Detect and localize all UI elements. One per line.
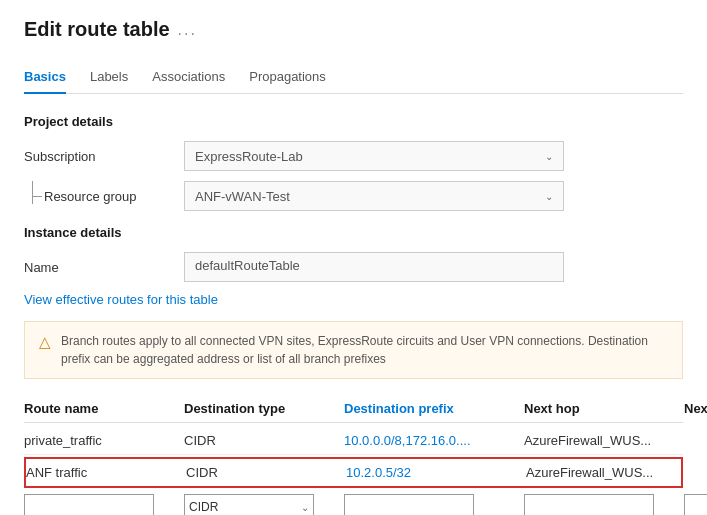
new-destination-type-select[interactable]: CIDR ⌄ [184,494,314,515]
subscription-label: Subscription [24,149,184,164]
table-header: Route name Destination type Destination … [24,395,683,423]
cell-destination-prefix[interactable]: 10.2.0.5/32 [346,465,526,480]
new-destination-prefix-input[interactable] [344,494,474,515]
name-input[interactable]: defaultRouteTable [184,252,564,282]
instance-details-title: Instance details [24,225,683,240]
alert-text: Branch routes apply to all connected VPN… [61,332,668,368]
new-next-hop-ip-select[interactable]: ⌄ [684,494,707,515]
subscription-value: ExpressRoute-Lab [195,149,303,164]
project-details-title: Project details [24,114,683,129]
header-route-name: Route name [24,401,184,416]
alert-box: △ Branch routes apply to all connected V… [24,321,683,379]
tab-basics[interactable]: Basics [24,61,66,94]
resource-group-label: Resource group [24,189,184,204]
page-title-ellipsis: ... [178,21,197,39]
header-next-hop: Next hop [524,401,684,416]
new-destination-type-value: CIDR [189,500,218,514]
chevron-down-icon: ⌄ [545,191,553,202]
subscription-select[interactable]: ExpressRoute-Lab ⌄ [184,141,564,171]
cell-destination-prefix[interactable]: 10.0.0.0/8,172.16.0.... [344,433,524,448]
tab-labels[interactable]: Labels [90,61,128,94]
cell-route-name: private_traffic [24,433,184,448]
new-route-name-cell [24,494,184,515]
subscription-row: Subscription ExpressRoute-Lab ⌄ [24,141,683,171]
cell-destination-type: CIDR [184,433,344,448]
cell-next-hop: AzureFirewall_WUS... [526,465,686,480]
header-next-hop-ip: Next Hop IP [684,401,707,416]
new-next-hop-ip-cell: ⌄ [684,494,707,515]
warning-icon: △ [39,333,51,351]
view-routes-link[interactable]: View effective routes for this table [24,292,218,307]
new-next-hop-input[interactable] [524,494,654,515]
table-row[interactable]: ANF traffic CIDR 10.2.0.5/32 AzureFirewa… [24,457,683,488]
new-route-name-input[interactable] [24,494,154,515]
new-destination-type-cell: CIDR ⌄ [184,494,344,515]
new-row-inputs: CIDR ⌄ ⌄ [24,490,683,515]
name-label: Name [24,260,184,275]
cell-route-name: ANF traffic [26,465,186,480]
header-destination-type: Destination type [184,401,344,416]
cell-destination-type: CIDR [186,465,346,480]
tab-bar: Basics Labels Associations Propagations [24,61,683,94]
page-container: Edit route table ... Basics Labels Assoc… [0,0,707,515]
resource-group-select[interactable]: ANF-vWAN-Test ⌄ [184,181,564,211]
header-destination-prefix: Destination prefix [344,401,524,416]
chevron-down-icon: ⌄ [545,151,553,162]
table-row: private_traffic CIDR 10.0.0.0/8,172.16.0… [24,427,683,455]
page-title-text: Edit route table [24,18,170,41]
cell-next-hop: AzureFirewall_WUS... [524,433,684,448]
page-title: Edit route table ... [24,18,683,41]
tab-associations[interactable]: Associations [152,61,225,94]
new-next-hop-cell [524,494,684,515]
name-value: defaultRouteTable [195,258,300,273]
resource-group-row: Resource group ANF-vWAN-Test ⌄ [24,181,683,211]
new-destination-prefix-cell [344,494,524,515]
resource-group-value: ANF-vWAN-Test [195,189,290,204]
chevron-down-icon: ⌄ [301,502,309,513]
tab-propagations[interactable]: Propagations [249,61,326,94]
name-row: Name defaultRouteTable [24,252,683,282]
